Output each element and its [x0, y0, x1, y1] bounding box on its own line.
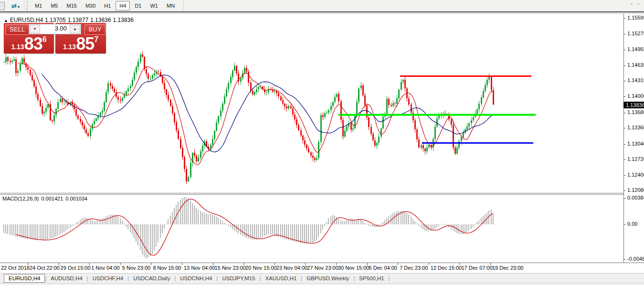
- chart-tab-usdcad[interactable]: USDCAD,Daily: [129, 274, 174, 282]
- chart-tab-audusd[interactable]: AUDUSD,H4: [46, 274, 86, 282]
- macd-chart-canvas[interactable]: [0, 195, 623, 263]
- time-axis-label: 29 Oct 15:00: [61, 265, 91, 271]
- toolbar-grip[interactable]: [27, 1, 28, 11]
- one-click-trade-panel: SELL BUY ▼ 3.00 ▲ 1.13836 1.13857: [4, 23, 106, 53]
- timeframe-button-d1[interactable]: D1: [131, 1, 145, 11]
- macd-value-main: 0.001421: [41, 196, 63, 201]
- timeframe-toolbar: ⇄▾ M1M5M15M30H1H4D1W1MN: [0, 0, 644, 12]
- buy-button[interactable]: BUY: [84, 24, 106, 35]
- chart-tab-xauusd[interactable]: XAUUSD,H1: [261, 274, 301, 282]
- chart-tab-usdcnh[interactable]: USDCNH,H4: [176, 274, 216, 282]
- time-axis-label: 1 Nov 04:00: [91, 265, 119, 271]
- axis-tick: [623, 224, 625, 225]
- buy-price-big: 85: [76, 36, 94, 52]
- macd-axis-label: -0.004856: [627, 256, 644, 262]
- macd-axis-label: 0.00: [627, 221, 637, 227]
- axis-tick: [623, 198, 625, 199]
- toolbar-separator: [183, 1, 184, 11]
- volume-spinner: ▼ 3.00 ▲: [29, 24, 81, 34]
- time-axis-tick: [28, 263, 28, 265]
- time-axis-tick: [398, 263, 398, 265]
- timeframe-button-h4[interactable]: H4: [116, 1, 130, 11]
- time-axis-tick: [213, 263, 213, 265]
- timeframe-button-m5[interactable]: M5: [47, 1, 62, 11]
- chart-tab-sp500[interactable]: SP500,H1: [355, 274, 388, 282]
- timeframe-button-w1[interactable]: W1: [146, 1, 162, 11]
- time-axis-label: 22 Oct 2018: [1, 265, 30, 271]
- time-axis-label: 5 Dec 04:00: [369, 265, 397, 271]
- clipped-toolbar-icon[interactable]: [0, 2, 5, 10]
- chart-tab-eurusd[interactable]: EURUSD,H4: [4, 274, 45, 283]
- chart-symbol: EURUSD,H4: [10, 17, 43, 23]
- time-axis-tick: [336, 263, 337, 265]
- ohlc-high: 1.13877: [68, 17, 88, 23]
- ohlc-low: 1.13636: [90, 17, 111, 23]
- timeframe-button-h1[interactable]: H1: [100, 1, 115, 11]
- autotrade-arrows-icon[interactable]: ⇄▾: [11, 2, 20, 10]
- axis-tick: [623, 190, 625, 191]
- axis-tick: [623, 113, 625, 113]
- volume-increase-button[interactable]: ▲: [70, 25, 80, 33]
- timeframe-button-m15[interactable]: M15: [63, 1, 80, 11]
- chart-tab-usdjpy[interactable]: USDJPY,M15: [218, 274, 259, 282]
- volume-decrease-button[interactable]: ▼: [30, 25, 40, 33]
- time-axis-label: 7 Dec 23:00: [400, 265, 428, 271]
- axis-tick: [623, 259, 625, 260]
- time-axis-label: 13 Nov 04:00: [184, 265, 215, 271]
- time-axis-label: 19 Dec 23:00: [492, 265, 523, 271]
- timeframe-button-m30[interactable]: M30: [82, 1, 99, 11]
- mt4-chart-window: ⇄▾ M1M5M15M30H1H4D1W1MN ▲EURUSD,H41.1370…: [0, 0, 644, 285]
- timeframe-button-m1[interactable]: M1: [31, 1, 46, 11]
- macd-axis-label: 0.003847: [627, 195, 644, 201]
- price-axis-label: 1.15275: [627, 31, 644, 36]
- axis-tick: [623, 81, 625, 81]
- chart-tab-bar: EURUSD,H4|AUDUSD,H4|USDCHF,H4|USDCAD,Dai…: [0, 273, 644, 283]
- price-axis: 1.155951.152751.149551.146351.143151.140…: [623, 14, 644, 263]
- tab-separator: |: [389, 275, 390, 281]
- time-axis-label: 8 Nov 15:00: [153, 265, 181, 271]
- tab-scroll-arrows[interactable]: ‹ ›: [631, 1, 641, 7]
- time-axis-tick: [89, 263, 90, 265]
- sell-price-small: 1.13: [11, 42, 24, 52]
- price-axis-label: 1.14000: [627, 93, 644, 99]
- sell-price-big: 83: [24, 36, 42, 52]
- ohlc-open: 1.13705: [45, 17, 65, 23]
- price-axis-label: 1.14635: [627, 62, 644, 68]
- time-axis-label: 24 Oct 22:00: [30, 265, 60, 271]
- price-axis-label: 1.13040: [627, 141, 644, 147]
- time-axis-label: 20 Nov 15:00: [245, 265, 276, 271]
- time-axis-tick: [459, 263, 460, 265]
- macd-indicator-label: MACD(12,26,9)0.0014210.001034: [2, 196, 90, 201]
- volume-value[interactable]: 3.00: [41, 24, 69, 34]
- time-axis-tick: [151, 263, 151, 265]
- time-axis: 22 Oct 201824 Oct 22:0029 Oct 15:001 Nov…: [0, 263, 644, 273]
- price-axis-label: 1.12400: [627, 172, 644, 178]
- time-axis-label: 15 Nov 23:00: [215, 265, 246, 271]
- chart-tab-gbpusd[interactable]: GBPUSD,Weekly: [302, 274, 353, 282]
- price-axis-label: 1.13360: [627, 125, 644, 130]
- sell-button[interactable]: SELL: [5, 24, 29, 35]
- axis-tick: [623, 96, 625, 97]
- buy-price[interactable]: 1.13857: [55, 34, 106, 53]
- time-axis-tick: [120, 263, 121, 265]
- time-axis-tick: [243, 263, 244, 265]
- time-axis-tick: [490, 263, 491, 265]
- time-axis-label: 5 Nov 23:00: [122, 265, 150, 271]
- time-axis-tick: [59, 263, 59, 265]
- time-axis-tick: [182, 263, 182, 265]
- time-axis-label: 17 Dec 07:00: [461, 265, 492, 271]
- sell-price[interactable]: 1.13836: [4, 34, 54, 53]
- axis-tick: [623, 65, 625, 66]
- axis-tick: [623, 159, 625, 160]
- axis-tick: [623, 175, 625, 176]
- chevron-down-icon: ▾: [18, 5, 20, 9]
- buy-price-sup: 7: [94, 36, 98, 43]
- toolbar-separator: [24, 1, 24, 11]
- timeframe-button-mn[interactable]: MN: [163, 1, 179, 11]
- time-axis-tick: [274, 263, 275, 265]
- axis-tick: [623, 50, 625, 50]
- chart-tab-usdchf[interactable]: USDCHF,H4: [88, 274, 128, 282]
- status-bar: [0, 283, 644, 285]
- price-axis-label: 1.12720: [627, 156, 644, 162]
- price-axis-label: 1.13680: [627, 109, 644, 115]
